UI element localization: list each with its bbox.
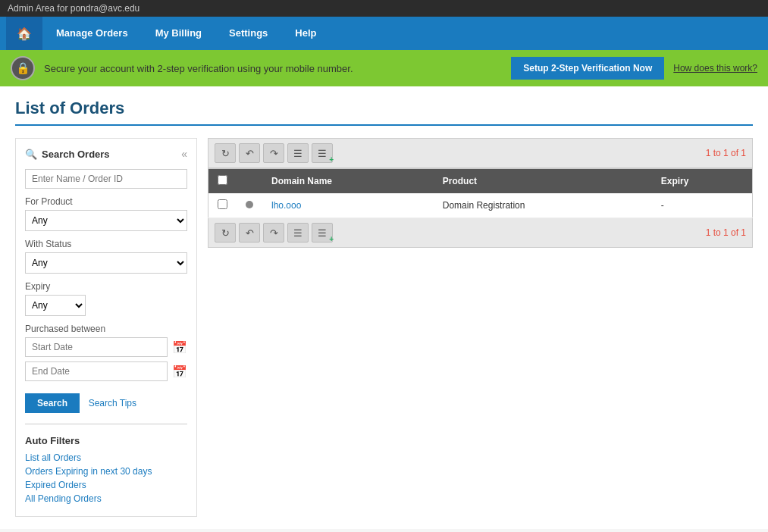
add-button[interactable]: ☰ +	[312, 143, 333, 163]
refresh-bottom-button[interactable]: ↻	[215, 223, 236, 243]
orders-table: Domain Name Product Expiry	[208, 168, 753, 218]
col-domain-name: Domain Name	[262, 169, 434, 194]
plus-badge-bottom: +	[329, 235, 334, 243]
pagination-top: 1 to 1 of 1	[706, 148, 746, 158]
list-view-bottom-button[interactable]: ☰	[287, 223, 309, 243]
col-expiry: Expiry	[652, 169, 753, 194]
filter-expiring-30[interactable]: Orders Expiring in next 30 days	[25, 466, 187, 477]
add-list-bottom-icon: ☰	[318, 227, 327, 239]
row-checkbox[interactable]	[218, 199, 227, 209]
filter-pending[interactable]: All Pending Orders	[25, 493, 187, 504]
toolbar-top: ↻ ↶ ↷ ☰ ☰ + 1 to 1 of 1	[208, 138, 753, 168]
filter-list-all[interactable]: List all Orders	[25, 452, 187, 463]
setup-2step-button[interactable]: Setup 2-Step Verification Now	[511, 57, 664, 80]
toolbar-bottom: ↻ ↶ ↷ ☰ ☰ + 1 to 1 of 1	[208, 218, 753, 248]
undo-bottom-button[interactable]: ↶	[239, 223, 260, 243]
nav-my-billing[interactable]: My Billing	[142, 17, 215, 50]
page-title: List of Orders	[15, 99, 753, 126]
nav-bar: 🏠 Manage Orders My Billing Settings Help	[0, 17, 768, 50]
start-date-input[interactable]	[25, 337, 168, 357]
undo-button[interactable]: ↶	[239, 143, 260, 163]
row-domain-cell: lho.ooo	[262, 193, 434, 218]
row-expiry-cell: -	[652, 193, 753, 218]
end-date-row: 📅	[25, 361, 187, 381]
status-select[interactable]: Any	[25, 252, 187, 274]
home-icon: 🏠	[17, 27, 32, 41]
sidebar-divider	[25, 424, 187, 424]
start-date-calendar-icon[interactable]: 📅	[172, 340, 187, 355]
refresh-button[interactable]: ↻	[215, 143, 236, 163]
col-checkbox	[208, 169, 237, 194]
lock-icon: 🔒	[11, 56, 35, 80]
domain-name-link[interactable]: lho.ooo	[271, 200, 301, 211]
col-status	[237, 169, 262, 194]
nav-manage-orders[interactable]: Manage Orders	[42, 17, 142, 50]
search-icon: 🔍	[25, 149, 37, 160]
status-dot	[246, 201, 253, 208]
with-status-label: With Status	[25, 239, 187, 249]
end-date-input[interactable]	[25, 361, 168, 381]
nav-help[interactable]: Help	[281, 17, 330, 50]
add-list-icon: ☰	[318, 148, 327, 159]
search-button[interactable]: Search	[25, 393, 80, 413]
pagination-bottom: 1 to 1 of 1	[706, 227, 746, 238]
redo-bottom-button[interactable]: ↷	[263, 223, 284, 243]
name-order-id-input[interactable]	[25, 169, 187, 189]
filter-expired[interactable]: Expired Orders	[25, 480, 187, 490]
purchased-between-label: Purchased between	[25, 324, 187, 334]
add-bottom-button[interactable]: ☰ +	[312, 223, 333, 243]
security-banner: 🔒 Secure your account with 2-step verifi…	[0, 50, 768, 86]
main-content: List of Orders 🔍 Search Orders « For Pro…	[0, 86, 768, 529]
search-actions: Search Search Tips	[25, 386, 187, 413]
search-sidebar: 🔍 Search Orders « For Product Any With S…	[15, 138, 197, 517]
redo-button[interactable]: ↷	[263, 143, 284, 163]
home-button[interactable]: 🏠	[6, 17, 42, 50]
list-view-button[interactable]: ☰	[287, 143, 309, 163]
sidebar-title: 🔍 Search Orders	[25, 149, 110, 160]
top-bar: Admin Area for pondra@avc.edu	[0, 0, 768, 17]
top-bar-label: Admin Area for pondra@avc.edu	[8, 3, 139, 14]
start-date-row: 📅	[25, 337, 187, 357]
table-header-row: Domain Name Product Expiry	[208, 169, 753, 194]
banner-text: Secure your account with 2-step verifica…	[44, 63, 502, 74]
row-status-cell	[237, 193, 262, 218]
sidebar-header: 🔍 Search Orders «	[25, 148, 187, 160]
expiry-label: Expiry	[25, 281, 187, 292]
plus-badge: +	[329, 155, 334, 164]
row-product-cell: Domain Registration	[434, 193, 652, 218]
row-checkbox-cell[interactable]	[208, 193, 237, 218]
select-all-checkbox[interactable]	[218, 175, 227, 185]
auto-filters-title: Auto Filters	[25, 435, 187, 446]
table-row: lho.ooo Domain Registration -	[208, 193, 753, 218]
col-product: Product	[434, 169, 652, 194]
product-select[interactable]: Any	[25, 210, 187, 231]
table-area: ↻ ↶ ↷ ☰ ☰ + 1 to 1 of 1	[208, 138, 753, 248]
expiry-select[interactable]: Any	[25, 295, 86, 316]
collapse-sidebar-button[interactable]: «	[181, 148, 187, 160]
end-date-calendar-icon[interactable]: 📅	[172, 365, 187, 379]
content-layout: 🔍 Search Orders « For Product Any With S…	[15, 138, 753, 517]
search-tips-link[interactable]: Search Tips	[89, 398, 136, 408]
how-does-this-work-link[interactable]: How does this work?	[673, 63, 757, 74]
nav-settings[interactable]: Settings	[215, 17, 281, 50]
for-product-label: For Product	[25, 196, 187, 207]
